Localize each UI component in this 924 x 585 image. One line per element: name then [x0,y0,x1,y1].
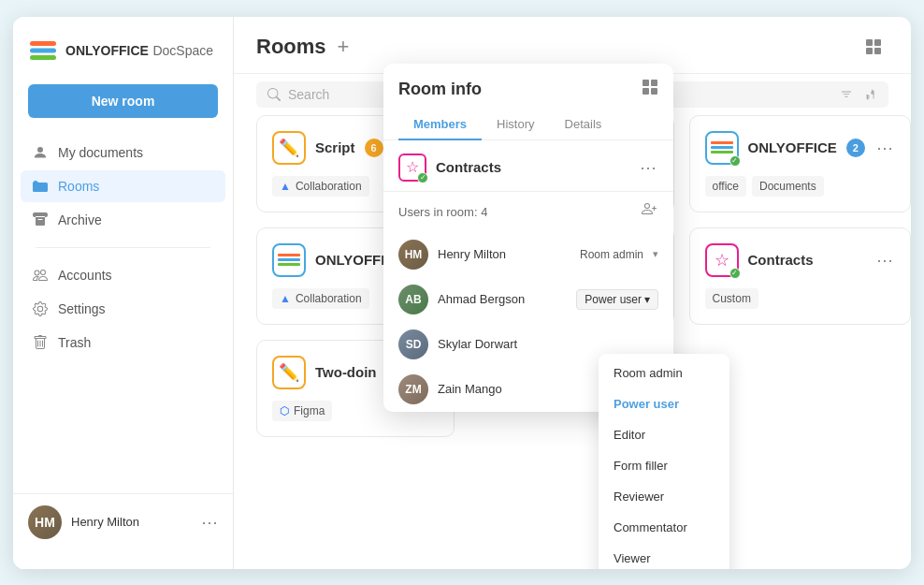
add-room-button[interactable]: + [338,37,350,57]
room-tag: ▲ Collaboration [272,176,369,197]
room-info-panel: Room info Members History Details ☆ ✓ Co… [383,64,673,412]
room-card-onlyoffice-top[interactable]: ✓ ONLYOFFICE 2 ⋯ office Documents [689,115,911,212]
sidebar-divider [36,247,210,248]
dropdown-item-form-filler[interactable]: Form filler [599,450,729,481]
sidebar-item-my-documents[interactable]: My documents [21,137,225,168]
sidebar-item-accounts-label: Accounts [58,268,112,283]
room-badge-onlyoffice: 2 [846,139,865,157]
app-container: ONLYOFFICE DocSpace New room My document… [13,17,911,569]
room-icon-script: ✏️ [272,131,306,165]
main-content: Rooms + ✏️ Script 6 📌 ⋯ [234,17,911,569]
dropdown-item-room-admin[interactable]: Room admin [599,358,729,388]
trash-icon [32,334,49,351]
svg-rect-1 [30,48,56,52]
svg-rect-6 [874,48,881,54]
tab-details[interactable]: Details [550,110,617,140]
svg-rect-0 [30,41,56,46]
member-name-henry: Henry Milton [438,247,570,261]
room-name-script: Script [315,139,355,155]
sidebar-item-rooms-label: Rooms [58,179,99,194]
room-icon-onlyoffice-mid [272,243,306,277]
member-avatar-skylar: SD [398,329,428,359]
room-info-layout-button[interactable] [642,79,658,100]
sidebar-item-accounts[interactable]: Accounts [21,259,225,291]
layout-toggle-button[interactable] [859,32,888,62]
svg-rect-5 [866,48,873,54]
dropdown-item-power-user[interactable]: Power user [599,388,729,419]
user-name: Henry Milton [71,515,192,529]
room-info-header: Room info [383,64,673,100]
svg-rect-2 [30,55,56,60]
role-dropdown-ahmad[interactable]: Power user ▾ [576,289,658,310]
member-row-ahmad: AB Ahmad Bergson Power user ▾ [398,277,658,322]
contracts-icon: ☆ ✓ [398,154,426,182]
dropdown-item-viewer[interactable]: Viewer [599,543,729,569]
sidebar-nav: My documents Rooms Archive Accounts [13,137,233,493]
member-avatar-ahmad: AB [398,285,428,314]
room-menu-onlyoffice-top[interactable]: ⋯ [874,139,895,156]
sidebar-item-trash[interactable]: Trash [21,327,225,358]
svg-rect-10 [651,88,657,95]
accounts-icon [32,267,49,284]
member-role-henry: Room admin [580,248,643,261]
search-icon [267,88,281,101]
room-info-tabs: Members History Details [383,100,673,140]
dropdown-item-reviewer[interactable]: Reviewer [599,481,729,512]
room-icon-onlyoffice-top: ✓ [705,131,739,165]
member-row-henry: HM Henry Milton Room admin ▾ [398,232,658,277]
users-count-row: Users in room: 4 [383,192,673,232]
filter-icon[interactable] [840,88,853,101]
svg-rect-9 [642,88,649,95]
room-tag: Documents [752,176,824,197]
tab-members[interactable]: Members [398,110,482,140]
sidebar-item-rooms[interactable]: Rooms [21,170,225,202]
member-avatar-zain: ZM [398,374,428,404]
role-dropdown-menu: Room admin Power user Editor Form filler… [599,354,729,569]
sort-icon[interactable] [864,88,877,101]
footer-menu-button[interactable]: ⋯ [201,514,218,531]
svg-rect-7 [642,80,649,86]
sidebar-item-my-documents-label: My documents [58,145,143,160]
member-name-ahmad: Ahmad Bergson [438,292,567,306]
member-avatar-henry: HM [398,240,428,270]
room-icon-two-doin: ✏️ [272,356,306,389]
svg-rect-8 [651,80,657,86]
new-room-button[interactable]: New room [28,84,218,118]
room-tag: ⬡ Figma [272,401,332,421]
contracts-room-menu[interactable]: ⋯ [638,159,658,176]
room-tag: ▲ Collaboration [272,288,369,309]
contracts-room-name: Contracts [436,159,628,175]
room-info-title: Room info [398,80,482,99]
sidebar-item-archive-label: Archive [58,212,102,227]
sidebar-item-archive[interactable]: Archive [21,204,225,236]
add-user-button[interactable] [642,201,658,223]
room-icon-contracts: ☆ ✓ [705,243,739,277]
dropdown-item-commentator[interactable]: Commentator [599,512,729,543]
folder-icon [32,178,49,195]
sidebar-item-settings[interactable]: Settings [21,293,225,325]
title-area: Rooms + [256,35,349,59]
contracts-room-row: ☆ ✓ Contracts ⋯ [383,140,673,192]
member-name-skylar: Skylar Dorwart [438,337,658,351]
archive-icon [32,212,49,228]
sidebar-footer: HM Henry Milton ⋯ [13,493,233,550]
room-menu-contracts[interactable]: ⋯ [874,252,895,269]
svg-rect-4 [874,39,881,46]
svg-rect-3 [866,39,873,46]
logo: ONLYOFFICE DocSpace [13,36,233,84]
person-icon [32,144,49,161]
page-title: Rooms [256,35,326,59]
logo-product-text: DocSpace [152,43,213,58]
sidebar-item-settings-label: Settings [58,301,106,316]
user-avatar: HM [28,505,62,539]
contracts-check-icon: ✓ [417,172,428,183]
room-badge-script: 6 [365,139,383,157]
dropdown-item-editor[interactable]: Editor [599,419,729,450]
tab-history[interactable]: History [482,110,549,140]
room-card-contracts[interactable]: ☆ ✓ Contracts ⋯ Custom [689,227,911,325]
settings-icon [32,300,49,317]
users-count-text: Users in room: 4 [398,205,487,219]
logo-brand-text: ONLYOFFICE [65,43,149,58]
room-name-onlyoffice-top: ONLYOFFICE [748,139,837,155]
sidebar: ONLYOFFICE DocSpace New room My document… [13,17,234,569]
